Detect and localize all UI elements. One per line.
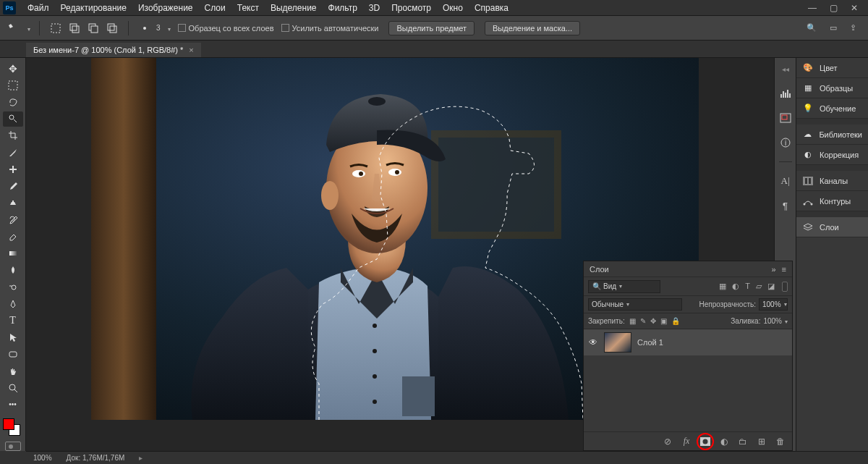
quick-selection-tool[interactable]	[3, 111, 23, 127]
brush-size-dropdown[interactable]	[165, 24, 171, 33]
panel-learn[interactable]: 💡 Обучение	[796, 98, 868, 119]
info-icon[interactable]: i	[778, 135, 793, 150]
brush-tool[interactable]	[3, 179, 23, 194]
add-selection-icon[interactable]	[67, 21, 82, 35]
new-selection-icon[interactable]	[48, 21, 63, 35]
panel-color[interactable]: 🎨 Цвет	[796, 58, 868, 78]
link-layers-icon[interactable]: ⊘	[662, 436, 673, 447]
share-icon[interactable]: ⇪	[850, 23, 856, 33]
select-subject-button[interactable]: Выделить предмет	[388, 21, 475, 35]
navigator-icon[interactable]	[778, 111, 793, 125]
tool-preset-dropdown[interactable]	[25, 24, 30, 33]
status-menu-icon[interactable]: ▸	[139, 454, 142, 462]
layer-name[interactable]: Слой 1	[637, 338, 663, 347]
zoom-level[interactable]: 100%	[33, 454, 52, 462]
blur-tool[interactable]	[3, 263, 23, 278]
lock-all-icon[interactable]: 🔒	[671, 317, 680, 325]
menu-help[interactable]: Справка	[469, 1, 514, 15]
filter-pixel-icon[interactable]: ▦	[719, 282, 726, 291]
menu-image[interactable]: Изображение	[132, 1, 199, 15]
eyedropper-tool[interactable]	[3, 145, 23, 160]
panel-channels[interactable]: Каналы	[796, 171, 868, 191]
marquee-tool[interactable]	[3, 77, 23, 93]
filter-text-icon[interactable]: T	[745, 282, 750, 291]
adjustment-layer-icon[interactable]: ◐	[718, 436, 730, 447]
clone-stamp-tool[interactable]	[3, 195, 23, 211]
close-tab-icon[interactable]: ×	[189, 46, 193, 54]
gradient-tool[interactable]	[3, 245, 23, 261]
panel-swatches[interactable]: ▦ Образцы	[796, 78, 868, 98]
edit-toolbar-icon[interactable]: •••	[3, 397, 23, 412]
opacity-input[interactable]: 100%	[759, 298, 788, 311]
lasso-tool[interactable]	[3, 94, 23, 109]
subtract-selection-icon[interactable]	[86, 21, 101, 35]
panel-adjustments[interactable]: ◐ Коррекция	[796, 145, 868, 165]
window-minimize-icon[interactable]: —	[808, 3, 817, 13]
workspace-icon[interactable]: ▭	[830, 23, 837, 33]
brush-size-value[interactable]: 3	[156, 24, 161, 32]
path-selection-tool[interactable]	[3, 330, 23, 345]
document-tab[interactable]: Без имени-7 @ 100% (Слой 1, RGB/8#) * ×	[26, 43, 201, 57]
menu-edit[interactable]: Редактирование	[55, 1, 132, 15]
character-icon[interactable]: A|	[778, 174, 793, 188]
intersect-selection-icon[interactable]	[105, 21, 119, 35]
menu-select[interactable]: Выделение	[265, 1, 323, 15]
filter-toggle[interactable]	[782, 282, 788, 292]
tool-preset-icon[interactable]	[6, 21, 20, 35]
lock-transparency-icon[interactable]: ▦	[629, 317, 636, 325]
hand-tool[interactable]	[3, 363, 23, 379]
move-tool[interactable]: ✥	[3, 61, 23, 76]
menu-3d[interactable]: 3D	[363, 1, 386, 15]
menu-filter[interactable]: Фильтр	[323, 1, 363, 15]
pen-tool[interactable]	[3, 296, 23, 311]
menu-layers[interactable]: Слои	[199, 1, 231, 15]
expand-rail-icon[interactable]: ◂◂	[782, 65, 789, 73]
visibility-toggle-icon[interactable]: 👁	[588, 337, 598, 347]
search-icon[interactable]: 🔍	[807, 23, 817, 33]
menu-view[interactable]: Просмотр	[386, 1, 437, 15]
add-layer-mask-icon[interactable]	[699, 436, 711, 447]
brush-preview-icon[interactable]	[137, 21, 152, 35]
zoom-tool[interactable]	[3, 380, 23, 395]
layer-effects-icon[interactable]: fx	[681, 436, 692, 447]
menu-window[interactable]: Окно	[437, 1, 469, 15]
lock-artboard-icon[interactable]: ▣	[660, 317, 667, 325]
healing-brush-tool[interactable]	[3, 161, 23, 177]
window-close-icon[interactable]: ✕	[851, 3, 858, 13]
fill-input[interactable]: 100%	[763, 317, 788, 325]
dodge-tool[interactable]	[3, 279, 23, 295]
lock-position-icon[interactable]: ✥	[650, 317, 656, 325]
eraser-tool[interactable]	[3, 229, 23, 244]
menu-file[interactable]: Файл	[22, 1, 55, 15]
sample-all-layers-checkbox[interactable]: Образец со всех слоев	[178, 24, 274, 33]
document-size[interactable]: Док: 1,76M/1,76M	[67, 454, 125, 462]
panel-menu-icon[interactable]: ≡	[782, 265, 786, 274]
shape-tool[interactable]	[3, 347, 23, 362]
histogram-icon[interactable]	[778, 86, 793, 101]
history-brush-tool[interactable]	[3, 212, 23, 227]
foreground-color-swatch[interactable]	[3, 418, 14, 430]
color-swatches[interactable]	[3, 418, 23, 436]
panel-libraries[interactable]: ☁ Библиотеки	[796, 125, 868, 145]
text-tool[interactable]: T	[3, 313, 23, 328]
quick-mask-toggle[interactable]	[5, 442, 21, 451]
layer-row[interactable]: 👁 Слой 1	[584, 329, 792, 355]
layer-filter-dropdown[interactable]: 🔍Вид	[588, 280, 660, 293]
lock-image-icon[interactable]: ✎	[640, 317, 646, 325]
paragraph-icon[interactable]: ¶	[778, 198, 793, 213]
blend-mode-dropdown[interactable]: Обычные	[588, 298, 682, 311]
crop-tool[interactable]	[3, 128, 23, 143]
new-layer-icon[interactable]: ⊞	[756, 436, 767, 447]
auto-enhance-checkbox[interactable]: Усилить автоматически	[281, 24, 379, 33]
layer-group-icon[interactable]: 🗀	[737, 436, 749, 447]
panel-layers[interactable]: Слои	[796, 217, 868, 237]
select-and-mask-button[interactable]: Выделение и маска...	[485, 21, 580, 35]
filter-smartobject-icon[interactable]: ◪	[767, 282, 775, 291]
panel-paths[interactable]: Контуры	[796, 191, 868, 211]
filter-adjustment-icon[interactable]: ◐	[732, 282, 739, 291]
layer-thumbnail[interactable]	[604, 332, 631, 353]
collapse-panel-icon[interactable]: »	[771, 265, 775, 274]
delete-layer-icon[interactable]: 🗑	[775, 436, 786, 447]
filter-shape-icon[interactable]: ▱	[756, 282, 762, 291]
menu-text[interactable]: Текст	[231, 1, 265, 15]
